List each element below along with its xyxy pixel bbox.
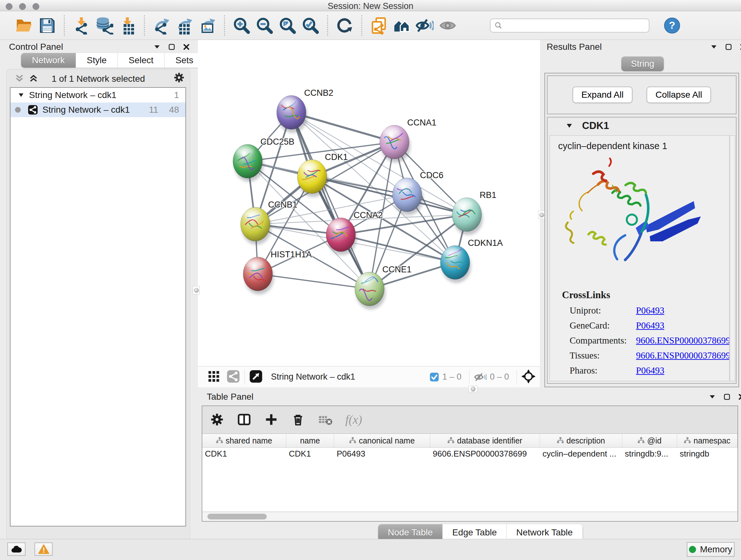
table-settings-gear-icon[interactable] xyxy=(210,413,224,427)
tab-string[interactable]: String xyxy=(621,57,664,71)
crosslink-link[interactable]: 9606.ENSP00000378699 xyxy=(636,335,730,346)
delete-column-icon[interactable] xyxy=(291,413,305,427)
open-session-button[interactable] xyxy=(13,15,36,36)
import-network-from-database-button[interactable] xyxy=(93,15,116,36)
network-edge-count: 48 xyxy=(169,105,179,115)
crosslink-row: GeneCard:P06493 xyxy=(569,320,729,331)
cloud-status-button[interactable] xyxy=(7,543,25,556)
export-image-button[interactable] xyxy=(196,15,219,36)
footer-separator xyxy=(469,370,469,384)
results-scrollbar[interactable] xyxy=(730,135,735,381)
save-session-button[interactable] xyxy=(36,15,59,36)
results-panel-window-buttons xyxy=(710,43,741,51)
import-table-from-file-button[interactable] xyxy=(116,15,139,36)
refresh-button[interactable] xyxy=(333,15,356,36)
zoom-fit-button[interactable] xyxy=(276,15,299,36)
zoom-selected-button[interactable] xyxy=(299,15,322,36)
zoom-out-button[interactable] xyxy=(253,15,276,36)
panel-close-icon[interactable] xyxy=(738,393,741,401)
hide-selected-button[interactable] xyxy=(413,15,436,36)
tab-node-table[interactable]: Node Table xyxy=(378,524,443,541)
show-all-button[interactable] xyxy=(436,15,459,36)
selected-checkbox-icon[interactable] xyxy=(429,372,439,382)
svg-text:HIST1H1A: HIST1H1A xyxy=(271,250,312,259)
zoom-in-button[interactable] xyxy=(230,15,253,36)
toolbar-separator xyxy=(144,15,145,36)
panel-float-icon[interactable] xyxy=(723,393,731,401)
column-header-shared-name[interactable]: shared name xyxy=(202,434,286,447)
tab-edge-table[interactable]: Edge Table xyxy=(443,524,507,541)
grid-view-icon[interactable] xyxy=(207,370,220,384)
collapse-all-button[interactable]: Collapse All xyxy=(647,86,711,103)
export-network-button[interactable] xyxy=(150,15,173,36)
node-result-header[interactable]: CDK1 xyxy=(548,118,736,134)
table-row[interactable]: CDK1CDK1P064939606.ENSP00000378699cyclin… xyxy=(202,448,738,460)
node-CCNB1: CCNB1 xyxy=(241,200,297,245)
node-HIST1H1A: HIST1H1A xyxy=(243,250,312,294)
search-field[interactable] xyxy=(490,18,650,33)
panel-float-icon[interactable] xyxy=(168,43,176,51)
table-body: CDK1CDK1P064939606.ENSP00000378699cyclin… xyxy=(202,448,738,460)
help-button[interactable]: ? xyxy=(664,17,680,34)
clone-network-button[interactable] xyxy=(367,15,390,36)
network-row-selected[interactable]: String Network – cdk1 11 48 xyxy=(10,103,185,117)
panel-collapse-icon[interactable] xyxy=(710,43,718,51)
table-cell: stringdb:9... xyxy=(622,449,677,459)
svg-text:CDC6: CDC6 xyxy=(420,171,444,180)
column-header-description[interactable]: description xyxy=(540,434,622,447)
crosslink-link[interactable]: P06493 xyxy=(636,320,664,331)
column-header-database-identifier[interactable]: database identifier xyxy=(430,434,540,447)
tab-network-table[interactable]: Network Table xyxy=(507,524,583,541)
hidden-eye-icon[interactable] xyxy=(474,371,487,383)
expand-all-button[interactable]: Expand All xyxy=(572,86,632,103)
memory-button[interactable]: Memory xyxy=(687,542,735,557)
crosslink-link[interactable]: 9606.ENSP00000378699 xyxy=(636,350,730,361)
panel-collapse-icon[interactable] xyxy=(153,43,161,51)
refresh-icon xyxy=(336,17,354,35)
network-canvas[interactable]: CCNB2 CCNA1 CDC25B CDK1 CDC6 xyxy=(198,40,540,366)
delete-table-icon[interactable] xyxy=(318,412,333,427)
table-panel-window-buttons xyxy=(709,393,741,401)
svg-text:CDK1: CDK1 xyxy=(325,152,348,162)
column-header-canonical-name[interactable]: canonical name xyxy=(334,434,430,447)
warnings-button[interactable] xyxy=(35,543,53,556)
left-splitter-handle[interactable] xyxy=(193,286,200,294)
network-graph[interactable]: CCNB2 CCNA1 CDC25B CDK1 CDC6 xyxy=(198,40,540,366)
panel-float-icon[interactable] xyxy=(725,43,732,51)
network-collection-row[interactable]: String Network – cdk1 1 xyxy=(10,88,185,103)
entry-expander-icon[interactable] xyxy=(565,122,573,130)
tab-style[interactable]: Style xyxy=(76,53,118,68)
column-header-namespac[interactable]: namespac xyxy=(677,434,738,447)
column-header--id[interactable]: @id xyxy=(622,434,677,447)
first-neighbors-button[interactable] xyxy=(390,15,413,36)
function-builder-icon[interactable]: f(x) xyxy=(345,413,362,427)
crosslink-link[interactable]: P06493 xyxy=(636,305,664,316)
status-bar: Memory xyxy=(0,539,741,560)
birds-eye-view-icon[interactable] xyxy=(249,370,263,384)
column-header-name[interactable]: name xyxy=(286,434,334,447)
show-columns-icon[interactable] xyxy=(237,412,252,427)
add-column-icon[interactable] xyxy=(264,413,278,427)
panel-collapse-icon[interactable] xyxy=(709,393,716,401)
search-input[interactable] xyxy=(502,20,638,30)
table-horizontal-scrollbar[interactable] xyxy=(202,512,738,521)
control-panel: Control Panel NetworkStyleSelectSets 1 o… xyxy=(0,40,195,539)
svg-text:CDC25B: CDC25B xyxy=(260,137,294,146)
network-view-icon[interactable] xyxy=(226,370,240,384)
table-cell: cyclin–dependent ... xyxy=(540,449,622,459)
tab-network[interactable]: Network xyxy=(21,53,76,68)
scrollbar-thumb[interactable] xyxy=(207,514,267,519)
crosslink-link[interactable]: P06493 xyxy=(636,365,664,376)
window-title: Session: New Session xyxy=(0,1,741,11)
svg-text:CCNB2: CCNB2 xyxy=(304,88,333,98)
table-cell: CDK1 xyxy=(286,449,334,459)
collection-expander-icon[interactable] xyxy=(17,91,24,99)
network-options-gear-icon[interactable] xyxy=(173,72,185,84)
import-network-from-file-button[interactable] xyxy=(70,15,93,36)
footer-separator xyxy=(517,370,517,384)
export-table-button[interactable] xyxy=(173,15,196,36)
panel-close-icon[interactable] xyxy=(183,43,190,51)
tab-select[interactable]: Select xyxy=(118,53,165,68)
pan-target-icon[interactable] xyxy=(522,369,536,385)
panel-close-icon[interactable] xyxy=(739,43,741,51)
